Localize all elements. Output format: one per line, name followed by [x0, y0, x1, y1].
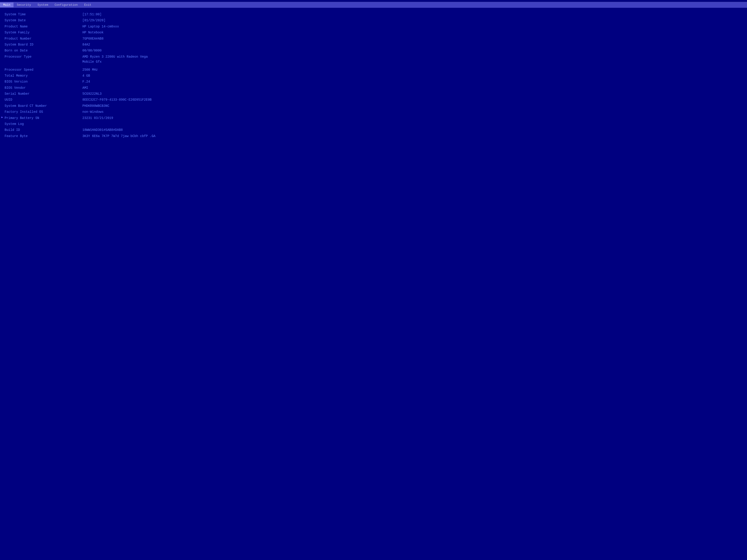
nav-item-exit[interactable]: Exit	[81, 2, 95, 7]
info-row-1: System Date[01/29/2020]	[5, 18, 742, 23]
nav-item-configuration[interactable]: Configuration	[51, 2, 81, 7]
info-row-20: Feature Byte3K3Y 6E6a 7K7P 7W7d 7jaw bCb…	[5, 133, 742, 139]
info-row-16: Factory Installed OSnon-Windows	[5, 109, 742, 115]
field-label-14: UUID	[5, 97, 82, 102]
info-row-9: Processor Speed2500 MHz	[5, 67, 742, 73]
field-label-9: Processor Speed	[5, 67, 82, 72]
info-row-18: System Log	[5, 121, 742, 127]
field-label-1: System Date	[5, 18, 82, 23]
field-value-1: [01/29/2020]	[82, 18, 742, 23]
field-value-17: 23231 03/21/2019	[82, 115, 742, 121]
field-label-0: System Time	[5, 12, 82, 17]
info-row-17: Primary Battery SN23231 03/21/2019	[5, 115, 742, 121]
info-row-13: Serial Number5CG9222NL3	[5, 91, 742, 97]
field-label-3: System Family	[5, 30, 82, 35]
field-value-11: F.24	[82, 79, 742, 84]
field-value-14: 8EEC32C7-F079-4133-890C-E26D951F2E0B	[82, 97, 742, 102]
info-row-14: UUID8EEC32C7-F079-4133-890C-E26D951F2E0B	[5, 97, 742, 103]
info-row-3: System FamilyHP Notebook	[5, 29, 742, 35]
field-label-19: Build ID	[5, 127, 82, 132]
field-label-13: Serial Number	[5, 91, 82, 96]
field-value-13: 5CG9222NL3	[82, 91, 742, 96]
field-value-16: non-Windows	[82, 109, 742, 114]
field-label-20: Feature Byte	[5, 134, 82, 139]
spacer-row-8	[5, 65, 742, 67]
nav-item-system[interactable]: System	[34, 2, 51, 7]
info-row-12: BIOS VendorAMI	[5, 85, 742, 91]
bios-screen: MainSecuritySystemConfigurationExit Syst…	[0, 0, 747, 560]
field-label-6: Born on Date	[5, 48, 82, 53]
info-row-7: Processor TypeAMD Ryzen 3 2200U with Rad…	[5, 54, 742, 65]
nav-item-security[interactable]: Security	[14, 2, 34, 7]
field-label-16: Factory Installed OS	[5, 109, 82, 114]
field-value-4: 7GP60EA#AB8	[82, 36, 742, 41]
info-row-6: Born on Date00/00/0000	[5, 48, 742, 54]
field-label-11: BIOS Version	[5, 79, 82, 84]
field-value-9: 2500 MHz	[82, 67, 742, 72]
info-section: System Time[17:51:00]System Date[01/29/2…	[5, 11, 742, 139]
field-value-5: 84A2	[82, 42, 742, 47]
info-row-0: System Time[17:51:00]	[5, 11, 742, 18]
info-row-15: System Board CT NumberPHDKR00WBCB3NC	[5, 103, 742, 109]
nav-item-main[interactable]: Main	[0, 2, 14, 7]
title-bar	[0, 0, 747, 2]
info-row-19: Build ID18WW1HAD301#SAB8#DAB8	[5, 127, 742, 133]
field-label-5: System Board ID	[5, 42, 82, 47]
field-value-19: 18WW1HAD301#SAB8#DAB8	[82, 127, 742, 132]
field-label-17: Primary Battery SN	[5, 115, 82, 121]
field-value-6: 00/00/0000	[82, 48, 742, 53]
field-label-7: Processor Type	[5, 54, 82, 59]
nav-bar[interactable]: MainSecuritySystemConfigurationExit	[0, 2, 747, 8]
field-value-0: [17:51:00]	[82, 12, 742, 17]
field-label-10: Total Memory	[5, 73, 82, 78]
field-label-2: Product Name	[5, 24, 82, 29]
info-row-4: Product Number7GP60EA#AB8	[5, 36, 742, 42]
field-value-7: AMD Ryzen 3 2200U with Radeon VegaMobile…	[82, 54, 742, 64]
field-label-15: System Board CT Number	[5, 103, 82, 108]
field-label-12: BIOS Vendor	[5, 85, 82, 90]
field-value-15: PHDKR00WBCB3NC	[82, 103, 742, 108]
field-label-18: System Log	[5, 122, 82, 127]
field-value-20: 3K3Y 6E6a 7K7P 7W7d 7jaw bCbh cbfP .GA	[82, 134, 742, 139]
info-row-11: BIOS VersionF.24	[5, 79, 742, 85]
field-value-3: HP Notebook	[82, 30, 742, 35]
field-label-4: Product Number	[5, 36, 82, 41]
field-value-12: AMI	[82, 85, 742, 90]
field-value-2: HP Laptop 14-cm0xxx	[82, 24, 742, 29]
field-value-10: 4 GB	[82, 73, 742, 78]
info-row-5: System Board ID84A2	[5, 42, 742, 48]
main-content: System Time[17:51:00]System Date[01/29/2…	[0, 8, 747, 560]
info-row-10: Total Memory4 GB	[5, 73, 742, 79]
info-row-2: Product NameHP Laptop 14-cm0xxx	[5, 24, 742, 29]
